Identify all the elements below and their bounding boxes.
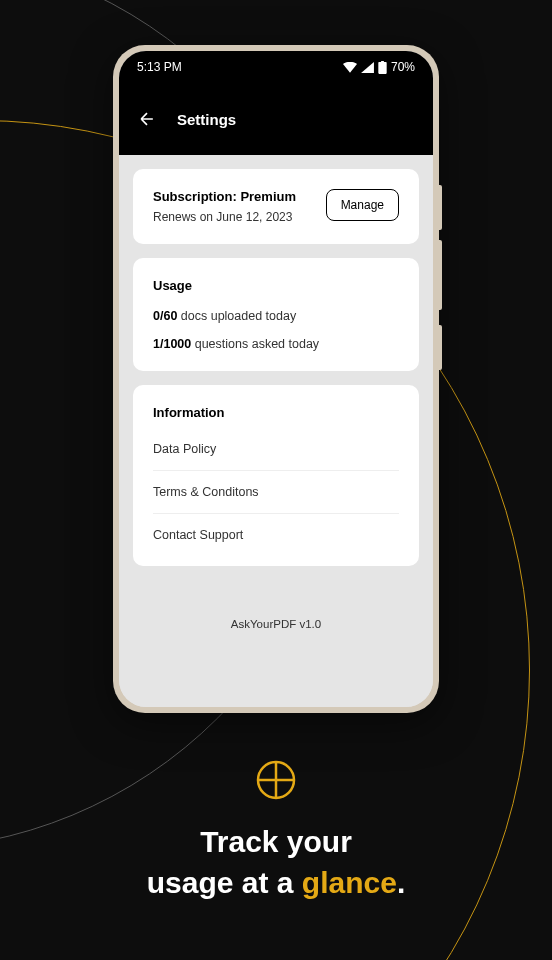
wifi-icon — [343, 62, 357, 73]
tagline-line2-end: . — [397, 866, 405, 899]
usage-docs-count: 0/60 — [153, 309, 177, 323]
phone-side-button — [439, 185, 442, 230]
usage-questions-row: 1/1000 questions asked today — [153, 337, 399, 351]
subscription-title: Subscription: Premium — [153, 189, 296, 204]
tagline-line2-start: usage at a — [147, 866, 302, 899]
back-arrow-icon[interactable] — [137, 109, 157, 129]
usage-questions-label: questions asked today — [191, 337, 319, 351]
usage-docs-label: docs uploaded today — [177, 309, 296, 323]
usage-docs-row: 0/60 docs uploaded today — [153, 309, 399, 323]
app-header: Settings — [119, 83, 433, 155]
contact-support-link[interactable]: Contact Support — [153, 514, 399, 556]
status-icons: 70% — [343, 60, 415, 74]
app-logo-icon — [256, 760, 296, 804]
battery-percent: 70% — [391, 60, 415, 74]
marketing-tagline: Track your usage at a glance. — [0, 822, 552, 903]
status-time: 5:13 PM — [137, 60, 182, 74]
phone-side-button — [439, 325, 442, 370]
phone-side-button — [439, 240, 442, 310]
version-text: AskYourPDF v1.0 — [133, 618, 419, 630]
subscription-info: Subscription: Premium Renews on June 12,… — [153, 189, 296, 224]
tagline-line1: Track your — [200, 825, 352, 858]
phone-screen: 5:13 PM 70% Settings Subscription: Premi… — [119, 51, 433, 707]
information-card: Information Data Policy Terms & Conditon… — [133, 385, 419, 566]
battery-icon — [378, 61, 387, 74]
usage-title: Usage — [153, 278, 399, 293]
status-bar: 5:13 PM 70% — [119, 51, 433, 83]
tagline-accent: glance — [302, 866, 397, 899]
usage-card: Usage 0/60 docs uploaded today 1/1000 qu… — [133, 258, 419, 371]
subscription-renewal: Renews on June 12, 2023 — [153, 210, 296, 224]
phone-frame: 5:13 PM 70% Settings Subscription: Premi… — [113, 45, 439, 713]
terms-link[interactable]: Terms & Conditons — [153, 471, 399, 514]
data-policy-link[interactable]: Data Policy — [153, 428, 399, 471]
signal-icon — [361, 62, 374, 73]
usage-questions-count: 1/1000 — [153, 337, 191, 351]
subscription-card: Subscription: Premium Renews on June 12,… — [133, 169, 419, 244]
information-title: Information — [153, 405, 399, 420]
manage-button[interactable]: Manage — [326, 189, 399, 221]
content-area: Subscription: Premium Renews on June 12,… — [119, 155, 433, 707]
page-title: Settings — [177, 111, 236, 128]
